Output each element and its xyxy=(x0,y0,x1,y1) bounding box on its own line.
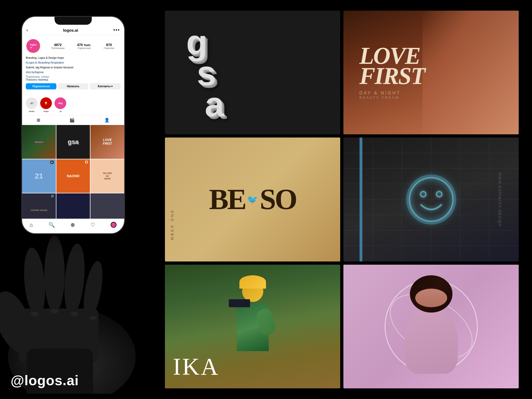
pipe-decoration xyxy=(359,138,363,261)
letter-s: s xyxy=(197,58,224,89)
headwrap-top xyxy=(239,275,266,289)
ika-content: IKA xyxy=(165,265,340,388)
letter-g: g xyxy=(186,27,224,58)
ig-followers-label: Подписчики xyxy=(77,47,91,49)
ig-story-ai-label: .ai xyxy=(59,110,61,113)
svg-point-9 xyxy=(51,309,59,313)
ig-message-button[interactable]: Написать xyxy=(58,83,89,89)
ig-cell-island-text: ISLANDOFHOPE xyxy=(103,172,112,180)
ig-bio-link[interactable]: shor.by/logosai xyxy=(26,70,120,74)
ika-text: IKA xyxy=(173,354,219,380)
watermark-text: www.komarov.design xyxy=(497,172,503,227)
svg-point-3 xyxy=(44,235,65,313)
person-body-ika xyxy=(237,303,269,351)
love-first-main-text: LOVEFIRST xyxy=(359,46,425,86)
ig-bio-title: Branding, Logos & Design Inspo xyxy=(26,56,120,60)
svg-point-25 xyxy=(409,178,453,221)
ig-coffee-badge xyxy=(51,195,54,197)
ig-home-icon[interactable]: ⌂ xyxy=(30,222,33,228)
ig-reels-tab[interactable]: 🎬 xyxy=(69,118,75,123)
instagram-app: ‹ logos.ai ••• logos.ai xyxy=(22,17,124,233)
ig-posts-stat: 4872 Публикации xyxy=(51,43,64,49)
ig-contacts-label: Контакты xyxy=(98,85,110,88)
ig-story-deals-circle: 🏷 xyxy=(26,97,38,109)
ig-grid-cell-numbers[interactable]: 21 ▶ xyxy=(22,159,56,193)
ig-bottom-nav: ⌂ 🔍 ⊕ ♡ xyxy=(22,219,124,233)
ika-text-container: IKA xyxy=(173,353,219,380)
ig-cell-numbers-bg: 21 ▶ xyxy=(22,159,56,193)
ig-profile-section: logos.ai 4872 Публикации 470 тыс. Подпис… xyxy=(22,35,124,95)
3d-letters-group: g s a © xyxy=(181,27,224,120)
ig-story-inspo-circle: 💡 xyxy=(40,97,52,109)
ig-grid-cell-orange[interactable]: NΔOND xyxy=(56,159,90,193)
ig-followers-count: 470 тыс. xyxy=(77,43,91,47)
afro-hair xyxy=(410,275,452,313)
ig-posts-count: 4872 xyxy=(51,43,64,47)
ig-cell-orange-bg: NΔOND xyxy=(56,159,90,193)
ig-stats: 4872 Публикации 470 тыс. Подписчики 870 … xyxy=(45,43,120,49)
ig-grid-tab[interactable]: ⊞ xyxy=(37,118,40,123)
ig-cell-orange-text: NΔOND xyxy=(67,174,80,178)
ig-search-icon[interactable]: 🔍 xyxy=(48,222,55,228)
ig-story-ai[interactable]: dog .ai xyxy=(55,97,66,113)
love-first-day-night: DAY & NIGHT xyxy=(359,91,401,95)
ig-bio-hashtags: #Logos & #branding #inspiration xyxy=(26,61,120,65)
ig-grid-cell-island[interactable]: ISLANDOFHOPE xyxy=(90,159,124,193)
ig-heart-icon[interactable]: ♡ xyxy=(90,222,95,228)
ig-add-icon[interactable]: ⊕ xyxy=(70,222,75,228)
ig-cell-love-bg: LOVEFIRST xyxy=(90,125,124,159)
ig-grid-cell-3d[interactable]: gsa xyxy=(56,125,90,159)
ig-stories-row: 🏷 Deals 💡 Inspo dog .ai xyxy=(22,95,124,115)
love-first-wrapper: LOVEFIRST DAY & NIGHT BEAUTY CREAM xyxy=(343,11,519,134)
grid-item-ika: IKA xyxy=(165,265,340,388)
ig-story-inspo[interactable]: 💡 Inspo xyxy=(40,97,52,113)
pink-content xyxy=(343,265,519,388)
neon-smiley-svg xyxy=(402,170,460,229)
ig-posts-grid: menaw gsa LOVEFIRST xyxy=(22,125,124,227)
headwrap xyxy=(242,281,263,302)
grid-item-neon-smiley xyxy=(343,138,519,261)
ig-story-deals-label: Deals xyxy=(29,110,34,113)
love-first-subtitle-group: DAY & NIGHT BEAUTY CREAM xyxy=(359,91,401,99)
person-silhouette-ika xyxy=(226,281,279,360)
ig-profile-username: logos.ai xyxy=(63,28,78,32)
ig-cell-love-text: LOVEFIRST xyxy=(103,138,112,146)
ig-grid-cell-menaw[interactable]: menaw xyxy=(22,125,56,159)
ig-link[interactable]: shor.by/logosai xyxy=(26,71,44,74)
svg-point-8 xyxy=(31,312,39,316)
phone-screen: ‹ logos.ai ••• logos.ai xyxy=(22,17,124,233)
ig-options-button[interactable]: ••• xyxy=(113,27,120,33)
svg-rect-24 xyxy=(407,176,455,223)
ig-avatar-inner: logos.ai xyxy=(27,39,40,53)
ig-nav-avatar[interactable] xyxy=(111,222,117,228)
ig-story-deals[interactable]: 🏷 Deals xyxy=(26,97,38,113)
instagram-handle: @logos.ai xyxy=(11,372,79,388)
ig-cell-3d-text: gsa xyxy=(68,138,78,146)
svg-point-27 xyxy=(437,192,442,197)
ig-back-button[interactable]: ‹ xyxy=(26,27,28,33)
grid-item-beso: BE 🐦 SO MBER ONE xyxy=(165,138,340,261)
love-first-beauty-cream: BEAUTY CREAM xyxy=(359,95,401,99)
ig-translate[interactable]: Показать перевод xyxy=(26,78,120,81)
ig-tagged-tab[interactable]: 👤 xyxy=(104,118,110,123)
grid-4-bg xyxy=(343,138,519,261)
ig-play-indicator: ▶ xyxy=(50,161,54,164)
ig-contacts-button[interactable]: Контакты ▾ xyxy=(90,83,120,89)
mask xyxy=(229,299,250,307)
ig-follow-button[interactable]: Подписаться xyxy=(26,83,56,89)
ig-subscribed: Подписаны: instaui xyxy=(26,75,120,78)
beso-so: SO xyxy=(260,182,296,216)
love-first-text-overlay: LOVEFIRST DAY & NIGHT BEAUTY CREAM xyxy=(343,11,519,134)
ig-grid-cell-love[interactable]: LOVEFIRST xyxy=(90,125,124,159)
svg-point-2 xyxy=(22,247,48,317)
phone-notch xyxy=(55,17,92,25)
right-image-grid: g s a © LOVEFIRST DAY & NIGHT xyxy=(165,11,519,388)
ig-cell-island-bg: ISLANDOFHOPE xyxy=(90,159,124,193)
svg-point-11 xyxy=(90,316,97,320)
beso-letters: BE 🐦 SO xyxy=(209,182,296,216)
copyright-symbol: © xyxy=(212,108,216,115)
ig-tabs: ⊞ 🎬 👤 xyxy=(22,115,124,125)
ig-cell-3d-bg: gsa xyxy=(56,125,90,159)
beso-be: BE xyxy=(209,182,246,216)
ig-action-buttons: Подписаться Написать Контакты ▾ xyxy=(26,83,120,89)
